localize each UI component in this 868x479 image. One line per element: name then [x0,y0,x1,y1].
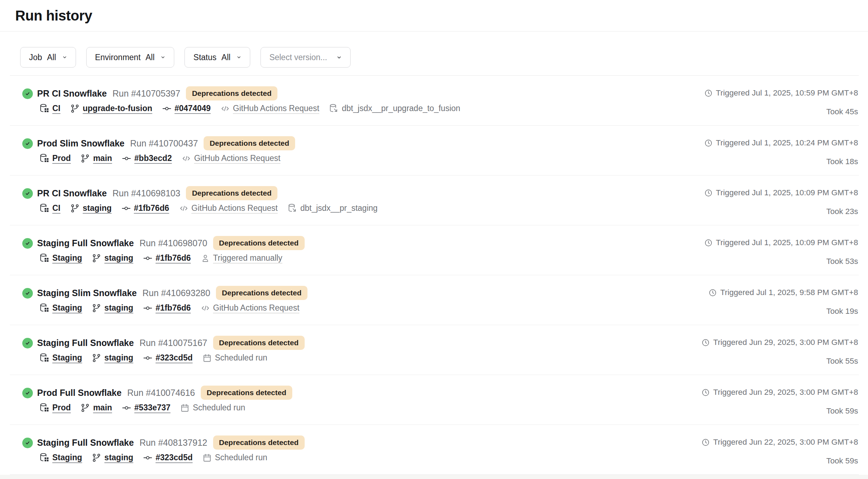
clock-icon [704,239,712,247]
job-name-link[interactable]: Staging Full Snowflake [37,338,134,348]
job-name-link[interactable]: Prod Full Snowflake [37,388,122,398]
database-arrow-icon [329,104,339,113]
database-grid-icon [40,104,49,113]
git-branch-icon [92,254,101,263]
database-grid-icon [40,253,49,263]
run-success-icon [22,188,33,199]
trigger-item: Scheduled run [180,403,245,412]
database-arrow-icon [288,203,297,213]
calendar-icon [203,353,212,363]
trigger-label: Scheduled run [215,353,267,363]
runs-list: PR CI Snowflake Run #410705397 Deprecati… [0,76,868,475]
filter-status[interactable]: Status All [184,47,250,68]
version-select-placeholder: Select version... [269,53,327,62]
code-icon [201,304,210,313]
run-row[interactable]: Staging Full Snowflake Run #410698070 De… [10,225,859,275]
git-commit-icon [122,154,131,163]
branch-link[interactable]: main [93,403,112,412]
environment-link[interactable]: Staging [52,353,82,363]
run-row[interactable]: Prod Slim Snowflake Run #410700437 Depre… [10,126,859,175]
trigger-label: Scheduled run [215,453,267,462]
deprecations-badge: Deprecations detected [213,336,305,350]
environment-item: Prod [40,403,71,412]
branch-item: main [81,154,112,163]
triggered-text: Triggered Jun 29, 2025, 3:00 PM GMT+8 [713,388,858,397]
branch-link[interactable]: staging [104,253,133,263]
job-name-link[interactable]: Staging Full Snowflake [37,438,134,448]
job-name-link[interactable]: PR CI Snowflake [37,188,107,198]
commit-item: #323cd5d [143,353,193,363]
commit-item: #1fb76d6 [122,203,169,213]
filter-job[interactable]: Job All [20,47,76,68]
chevron-down-icon [62,55,67,60]
commit-item: #0474049 [162,104,211,113]
environment-link[interactable]: Staging [52,453,82,462]
branch-link[interactable]: main [93,154,112,163]
schema-name: dbt_jsdx__pr_staging [300,203,378,213]
job-name-link[interactable]: Staging Full Snowflake [37,238,134,248]
trigger-label: Scheduled run [193,403,245,412]
filter-value: All [222,53,231,62]
run-row[interactable]: Staging Full Snowflake Run #410075167 De… [10,325,859,375]
commit-link[interactable]: #323cd5d [156,353,193,363]
run-row[interactable]: Staging Slim Snowflake Run #410693280 De… [10,275,859,325]
branch-link[interactable]: staging [104,303,133,313]
branch-item: staging [92,453,133,462]
version-select[interactable]: Select version... [260,47,351,68]
commit-item: #533e737 [122,403,170,412]
page-header: Run history [0,0,868,31]
environment-link[interactable]: Prod [52,154,71,163]
commit-link[interactable]: #1fb76d6 [156,253,191,263]
environment-item: CI [40,203,60,213]
environment-link[interactable]: Prod [52,403,71,412]
environment-link[interactable]: CI [52,104,60,113]
chevron-down-icon [236,55,241,60]
run-row[interactable]: Staging Full Snowflake Run #408137912 De… [10,425,859,475]
run-duration: Took 18s [704,157,858,166]
run-success-icon [22,338,33,348]
job-name-link[interactable]: Staging Slim Snowflake [37,288,137,298]
trigger-item: GitHub Actions Request [221,104,319,113]
environment-link[interactable]: Staging [52,253,82,263]
run-row[interactable]: PR CI Snowflake Run #410705397 Deprecati… [10,76,859,126]
run-duration: Took 59s [702,406,858,416]
git-commit-icon [143,353,152,363]
code-icon [179,204,188,213]
filters-group: Job All Environment All Status All [20,47,250,68]
git-commit-icon [122,403,131,412]
commit-link[interactable]: #1fb76d6 [156,303,191,313]
branch-link[interactable]: staging [104,353,133,363]
chevron-down-icon [336,55,342,60]
trigger-item: GitHub Actions Request [179,203,278,213]
filter-label: Status [193,53,216,62]
environment-link[interactable]: CI [52,203,60,213]
chevron-down-icon [160,55,165,60]
trigger-item: GitHub Actions Request [201,303,299,313]
branch-item: staging [70,203,112,213]
run-row[interactable]: Prod Full Snowflake Run #410074616 Depre… [10,375,859,425]
job-name-link[interactable]: Prod Slim Snowflake [37,138,124,149]
commit-link[interactable]: #323cd5d [156,453,193,462]
bottom-section-edge [0,475,868,479]
job-name-link[interactable]: PR CI Snowflake [37,88,107,99]
run-row[interactable]: PR CI Snowflake Run #410698103 Deprecati… [10,175,859,225]
branch-link[interactable]: upgrade-to-fusion [83,104,152,113]
filter-bar: Job All Environment All Status All Selec… [10,31,859,76]
schema-item: dbt_jsdx__pr_upgrade_to_fusion [329,104,460,113]
triggered-text: Triggered Jun 22, 2025, 3:00 PM GMT+8 [713,438,858,447]
trigger-item: GitHub Actions Request [182,154,280,163]
filter-environment[interactable]: Environment All [86,47,175,68]
commit-link[interactable]: #0474049 [175,104,211,113]
deprecations-badge: Deprecations detected [204,136,295,150]
branch-item: staging [92,303,133,313]
commit-link[interactable]: #1fb76d6 [134,203,169,213]
environment-link[interactable]: Staging [52,303,82,313]
commit-link[interactable]: #bb3ecd2 [134,154,172,163]
branch-link[interactable]: staging [104,453,133,462]
commit-link[interactable]: #533e737 [134,403,170,412]
run-number: Run #410698070 [140,238,207,248]
run-duration: Took 53s [704,257,858,266]
triggered-time: Triggered Jul 1, 2025, 10:59 PM GMT+8 [704,88,858,98]
branch-link[interactable]: staging [83,203,112,213]
code-icon [221,104,230,113]
